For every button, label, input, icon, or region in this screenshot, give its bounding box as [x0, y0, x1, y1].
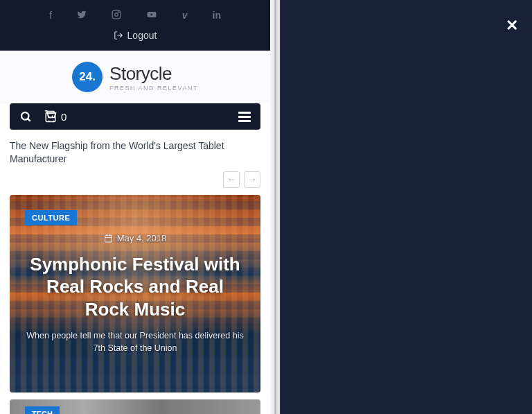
- ticker-next-button[interactable]: →: [244, 171, 260, 188]
- featured-title: Symphonic Festival with Real Rocks and R…: [24, 253, 247, 321]
- featured-date-text: May 4, 2018: [117, 233, 167, 243]
- navbar: 0: [10, 103, 260, 130]
- vimeo-icon[interactable]: v: [182, 10, 188, 21]
- instagram-icon[interactable]: [112, 10, 121, 21]
- svg-rect-5: [105, 235, 112, 242]
- logout-icon: [114, 31, 123, 40]
- site-title: Storycle: [109, 63, 198, 85]
- youtube-icon[interactable]: [146, 10, 157, 21]
- site-tagline: FRESH AND RELEVANT: [109, 85, 198, 92]
- featured-excerpt: When people tell me that our President h…: [24, 330, 247, 354]
- twitter-icon[interactable]: [77, 10, 87, 21]
- second-card[interactable]: TECH: [10, 399, 260, 414]
- category-tag[interactable]: TECH: [25, 406, 60, 414]
- logo-area[interactable]: 24. Storycle FRESH AND RELEVANT: [0, 51, 270, 103]
- featured-date: May 4, 2018: [104, 233, 167, 243]
- logo-badge: 24.: [72, 62, 103, 92]
- svg-point-4: [53, 121, 54, 122]
- ticker-nav: ← →: [0, 171, 270, 195]
- navbar-left: 0: [19, 110, 66, 123]
- news-ticker-headline[interactable]: The New Flagship from the World's Larges…: [0, 130, 270, 171]
- main-content: f v in Logout 24. Storycle FRESH AND REL…: [0, 0, 270, 414]
- search-icon[interactable]: [19, 110, 32, 123]
- svg-point-1: [114, 13, 118, 17]
- svg-point-3: [48, 121, 50, 122]
- category-tag[interactable]: CULTURE: [25, 210, 77, 225]
- topbar: f v in Logout: [0, 0, 270, 51]
- cart-link[interactable]: 0: [44, 110, 66, 123]
- facebook-icon[interactable]: f: [49, 10, 52, 21]
- cart-count: 0: [61, 111, 66, 123]
- social-links-row: f v in: [0, 6, 270, 26]
- logout-link[interactable]: Logout: [0, 26, 270, 45]
- featured-card[interactable]: CULTURE May 4, 2018 Symphonic Festival w…: [10, 195, 260, 393]
- logo-text: Storycle FRESH AND RELEVANT: [109, 63, 198, 92]
- logout-label: Logout: [127, 30, 157, 41]
- calendar-icon: [104, 234, 113, 243]
- ticker-prev-button[interactable]: ←: [223, 171, 240, 188]
- offcanvas-menu: ✕: [280, 0, 532, 414]
- linkedin-icon[interactable]: in: [213, 10, 221, 21]
- cart-icon: [44, 110, 57, 123]
- menu-toggle-icon[interactable]: [238, 112, 251, 122]
- close-icon[interactable]: ✕: [506, 17, 518, 35]
- svg-point-2: [118, 12, 119, 12]
